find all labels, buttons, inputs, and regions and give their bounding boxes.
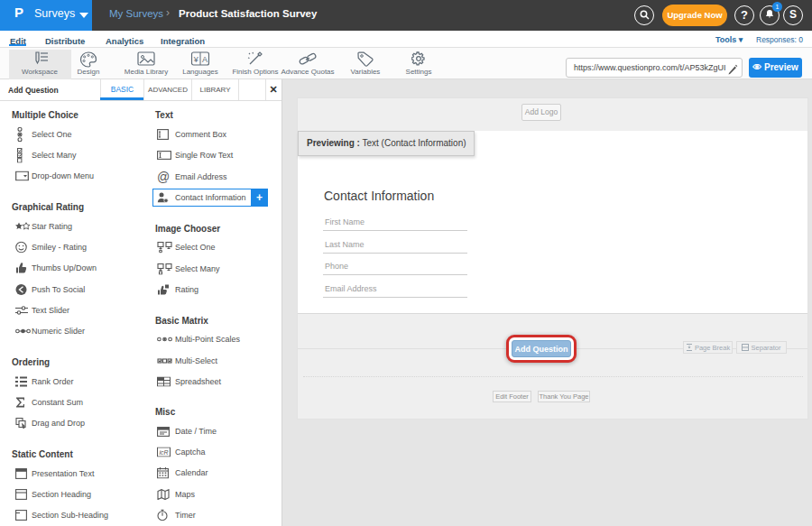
svg-text:A: A: [202, 55, 208, 64]
svg-text:@: @: [157, 171, 170, 183]
svg-text:¥: ¥: [193, 55, 199, 64]
svg-text:icR: icR: [160, 449, 169, 456]
